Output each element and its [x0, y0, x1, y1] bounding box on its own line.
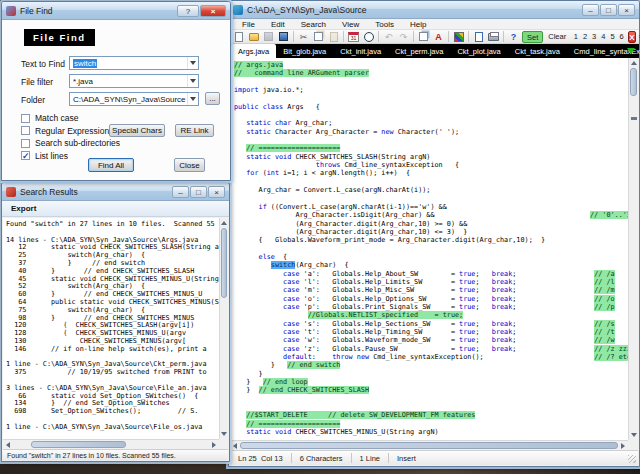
results-close-button[interactable]: × — [208, 186, 225, 198]
code-line[interactable]: Arg_char = Convert.L_case(argN.charAt(i)… — [234, 186, 628, 194]
close-file-button[interactable]: X — [628, 31, 635, 43]
minimize-button[interactable]: – — [582, 4, 599, 16]
editor-vertical-scrollbar[interactable] — [628, 58, 638, 440]
scroll-down-icon[interactable] — [631, 433, 637, 437]
code-line[interactable]: case 'w': Globals.Waveform_mode_SW = tru… — [234, 336, 628, 344]
code-line[interactable]: case 'o': Globals.Help_Options_SW = true… — [234, 295, 628, 303]
checkbox-row-regular-expression[interactable]: Regular Expression — [21, 125, 120, 138]
code-line[interactable]: public class Args { — [234, 103, 628, 111]
code-line[interactable]: case 'a': Globals.Help_About_SW = true; … — [234, 270, 628, 278]
code-line[interactable]: case 't': Globals.Help_Timing_SW = true;… — [234, 328, 628, 336]
result-line[interactable]: 375 // 10/19/95 switched from PRINT to — [6, 369, 219, 377]
code-line[interactable]: // args.java — [234, 61, 628, 69]
code-line[interactable] — [234, 245, 628, 253]
results-maximize-button[interactable]: □ — [190, 186, 207, 198]
checkbox-icon[interactable] — [21, 126, 30, 135]
code-line[interactable] — [234, 195, 628, 203]
save-button[interactable] — [262, 31, 275, 43]
code-line[interactable]: //$START_DELETE // delete SW_DEVELOPMENT… — [234, 411, 628, 419]
code-line[interactable]: } — [234, 370, 628, 378]
code-line[interactable]: throws Cmd_line_syntaxException { — [234, 161, 628, 169]
code-line[interactable] — [234, 94, 628, 102]
checkbox-row-match-case[interactable]: Match case — [21, 112, 120, 125]
scroll-left-icon[interactable] — [233, 443, 237, 449]
code-line[interactable]: { Globals.Waveform_print_mode = Arg_Char… — [234, 236, 628, 244]
scroll-right-icon[interactable] — [621, 443, 625, 449]
find-titlebar[interactable]: File Find ? × — [2, 2, 230, 20]
chevron-down-icon[interactable] — [187, 75, 198, 87]
tab-scroll-down-icon[interactable] — [627, 48, 635, 54]
editor-hscroll-thumb[interactable] — [240, 442, 618, 449]
code-line[interactable]: // command line ARGument parser — [234, 69, 628, 77]
code-line[interactable] — [234, 78, 628, 86]
result-line[interactable]: Found "switch" in 27 lines in 10 files. … — [6, 221, 219, 229]
results-text-area[interactable]: Found "switch" in 27 lines in 10 files. … — [3, 218, 219, 439]
code-line[interactable]: static void CHECK_SWITCHES_SLASH(String … — [234, 153, 628, 161]
quick-mark-2-button[interactable]: 2 — [580, 32, 589, 41]
undo-button[interactable]: ↶ — [382, 31, 395, 43]
scroll-up-icon[interactable] — [631, 61, 637, 65]
clear-button[interactable]: Clear — [545, 32, 569, 41]
code-line[interactable]: default: throw new Cmd_line_syntaxExcept… — [234, 353, 628, 361]
code-line[interactable]: // ==================== — [234, 420, 628, 428]
menu-tools[interactable]: Tools — [368, 20, 401, 29]
tab-args-java[interactable]: Args.java — [231, 44, 276, 58]
code-editor-area[interactable]: // args.java// command line ARGument par… — [230, 58, 628, 440]
code-line[interactable]: static char Arg_char; — [234, 119, 628, 127]
maximize-button[interactable]: □ — [600, 4, 617, 16]
code-line[interactable]: for (int i=1; i < argN.length(); i++) { — [234, 169, 628, 177]
code-line[interactable]: } // end loop — [234, 378, 628, 386]
results-scroll-down-icon[interactable] — [221, 432, 227, 436]
code-line[interactable]: case 's': Globals.Help_Sections_SW = tru… — [234, 320, 628, 328]
result-line[interactable]: 1 line - C:\ADA_SYN\Syn_Java\Source\File… — [6, 424, 219, 432]
tab-ckt_task-java[interactable]: Ckt_task.java — [508, 44, 567, 58]
code-line[interactable] — [234, 136, 628, 144]
checkbox-checked-icon[interactable]: ✓ — [21, 151, 30, 160]
results-titlebar[interactable]: Search Results – □ × — [2, 183, 229, 201]
chevron-down-icon[interactable] — [187, 93, 198, 105]
results-scroll-left-icon[interactable] — [6, 442, 10, 448]
font-color-button[interactable]: A — [432, 31, 445, 43]
folder-input[interactable]: C:\ADA_SYN\Syn_Java\Source — [69, 92, 199, 106]
close-dialog-button[interactable]: Close — [174, 158, 205, 172]
redo-button[interactable]: ↷ — [397, 31, 410, 43]
code-line[interactable]: } // end CHECK_SWITCHES_SLASH — [234, 386, 628, 394]
menu-file[interactable]: File — [235, 20, 262, 29]
quick-mark-6-button[interactable]: 6 — [617, 32, 626, 41]
quick-mark-1-button[interactable]: 1 — [571, 32, 580, 41]
code-line[interactable]: case 'z': Globals.Pause_SW = true; break… — [234, 345, 628, 353]
close-button[interactable]: × — [618, 4, 635, 16]
editor-vscroll-thumb[interactable] — [630, 68, 637, 96]
code-line[interactable]: import java.io.*; — [234, 86, 628, 94]
calendar-button[interactable]: 31 — [347, 31, 360, 43]
cut-button[interactable]: ✂ — [297, 31, 310, 43]
quick-mark-4-button[interactable]: 4 — [599, 32, 608, 41]
clock-button[interactable] — [362, 31, 375, 43]
code-line[interactable]: //Globals.NETLIST_specified = true; — [234, 311, 628, 319]
results-scroll-right-icon[interactable] — [212, 442, 216, 448]
text-to-find-input[interactable]: switch — [69, 56, 199, 70]
palette-button[interactable] — [452, 31, 465, 43]
resize-grip[interactable] — [628, 455, 636, 463]
results-minimize-button[interactable]: – — [172, 186, 189, 198]
code-line[interactable]: } // end switch — [234, 361, 628, 369]
browse-folder-button[interactable]: ... — [205, 92, 220, 105]
chevron-down-icon[interactable] — [187, 57, 198, 69]
dialog-help-button[interactable]: ? — [177, 5, 199, 17]
tab-ckt_perm-java[interactable]: Ckt_perm.java — [388, 44, 450, 58]
checkbox-row-search-sub-directories[interactable]: Search sub-directories — [21, 137, 120, 150]
code-line[interactable]: case 'l': Globals.Help_Limits_SW = true;… — [234, 278, 628, 286]
code-line[interactable]: // ==================== — [234, 144, 628, 152]
results-hscroll-thumb[interactable] — [31, 441, 126, 448]
insert-symbol-button[interactable] — [417, 31, 430, 43]
paste-button[interactable] — [327, 31, 340, 43]
code-line[interactable]: static void CHECK_SWITCHES_MINUS_U(Strin… — [234, 428, 628, 436]
editor-titlebar[interactable]: C:\ADA_SYN\Syn_Java\Source – □ × — [229, 1, 639, 19]
code-line[interactable] — [234, 403, 628, 411]
code-line[interactable]: case 'm': Globals.Help_Misc_SW = true; b… — [234, 286, 628, 294]
code-line[interactable] — [234, 395, 628, 403]
tab-bit_glob-java[interactable]: Bit_glob.java — [276, 44, 333, 58]
special-chars-button[interactable]: Special Chars — [109, 124, 165, 137]
code-line[interactable]: if ((Convert.L_case(argN.charAt(i-1))=='… — [234, 203, 628, 211]
find-all-button[interactable]: Find All — [88, 158, 134, 172]
